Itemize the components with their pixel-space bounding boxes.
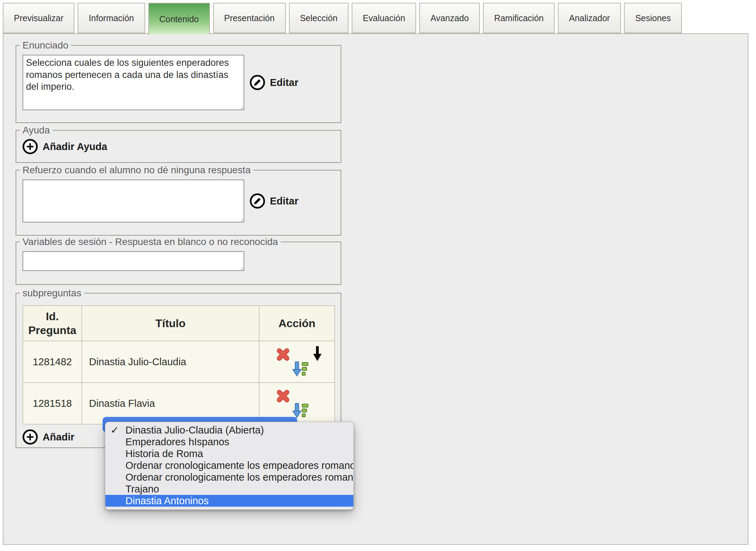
menu-item[interactable]: Emperadores hIspanos [105, 436, 353, 448]
add-ayuda-label: Añadir Ayuda [43, 141, 107, 152]
tab-avanzado[interactable]: Avanzado [419, 3, 480, 33]
add-subpregunta-label: Añadir [43, 431, 74, 443]
tab-contenido[interactable]: Contenido [148, 3, 210, 35]
pencil-icon [250, 75, 265, 90]
tab-bar: Previsualizar Información Contenido Pres… [3, 3, 756, 33]
plus-icon [23, 429, 38, 445]
sort-move-down-icon[interactable] [292, 361, 309, 380]
menu-item-label: Dinastia Antoninos [125, 495, 209, 506]
menu-item-label: Emperadores hIspanos [125, 436, 229, 447]
tab-previsualizar[interactable]: Previsualizar [3, 3, 74, 33]
row-id: 1281482 [23, 341, 82, 383]
table-row: 1281482 Dinastia Julio-Claudia [23, 341, 335, 383]
add-ayuda-button[interactable]: Añadir Ayuda [23, 139, 334, 154]
menu-item[interactable]: Ordenar cronologicamente los emperadores… [105, 471, 353, 483]
header-accion: Acción [259, 306, 335, 341]
menu-item[interactable]: Historia de Roma [105, 448, 353, 460]
checkmark-icon: ✓ [111, 424, 119, 436]
tab-sesiones[interactable]: Sesiones [624, 3, 682, 33]
menu-item[interactable]: Trajano [105, 483, 353, 495]
header-titulo: Título [82, 306, 259, 341]
menu-item-label: Ordenar cronologicamente los emperadores… [125, 472, 353, 483]
table-header-row: Id. Pregunta Título Acción [23, 306, 335, 341]
row-actions [259, 341, 335, 383]
fieldset-variables-legend: Variables de sesión - Respuesta en blanc… [20, 236, 281, 247]
red-x-icon[interactable] [275, 388, 291, 406]
refuerzo-textarea[interactable] [23, 180, 244, 222]
fieldset-ayuda: Ayuda Añadir Ayuda [16, 130, 341, 163]
refuerzo-edit-button[interactable]: Editar [250, 193, 298, 209]
fieldset-refuerzo-legend: Refuerzo cuando el alumno no dé ninguna … [20, 165, 253, 176]
menu-item-label: Historia de Roma [125, 448, 203, 459]
tab-informacion[interactable]: Información [78, 3, 145, 33]
enunciado-edit-button[interactable]: Editar [250, 75, 298, 90]
menu-item[interactable]: Ordenar cronologicamente los empeadores … [105, 460, 353, 471]
variables-textarea[interactable] [23, 251, 244, 271]
red-x-icon[interactable] [275, 347, 291, 365]
fieldset-refuerzo: Refuerzo cuando el alumno no dé ninguna … [16, 170, 341, 236]
tab-seleccion[interactable]: Selección [289, 3, 349, 33]
enunciado-textarea[interactable]: Selecciona cuales de los siguientes enpe… [23, 55, 244, 110]
header-id-pregunta: Id. Pregunta [23, 306, 82, 341]
tab-evaluacion[interactable]: Evaluación [352, 3, 416, 33]
tab-presentacion[interactable]: Presentación [213, 3, 286, 33]
fieldset-enunciado: Enunciado Selecciona cuales de los sigui… [16, 45, 341, 123]
tab-analizador[interactable]: Analizador [558, 3, 621, 33]
menu-item-highlighted[interactable]: Dinastia Antoninos [105, 495, 353, 507]
tab-ramificacion[interactable]: Ramificación [483, 3, 555, 33]
fieldset-variables: Variables de sesión - Respuesta en blanc… [16, 242, 341, 285]
black-down-arrow-icon[interactable] [312, 346, 323, 365]
add-subpregunta-button[interactable]: Añadir [23, 429, 74, 445]
menu-item-label: Ordenar cronologicamente los empeadores … [125, 460, 353, 471]
refuerzo-edit-label: Editar [270, 195, 298, 207]
fieldset-ayuda-legend: Ayuda [20, 125, 53, 136]
menu-item-label: Dinastia Julio-Claudia (Abierta) [125, 425, 264, 436]
row-title: Dinastia Julio-Claudia [82, 341, 259, 383]
subpregunta-select-menu: ✓ Dinastia Julio-Claudia (Abierta) Emper… [105, 422, 354, 510]
plus-icon [23, 139, 38, 154]
enunciado-edit-label: Editar [270, 77, 298, 88]
subpreguntas-table: Id. Pregunta Título Acción 1281482 Dinas… [23, 305, 335, 425]
row-id: 1281518 [23, 383, 82, 424]
fieldset-subpreguntas-legend: subpreguntas [20, 288, 84, 299]
menu-item-label: Trajano [125, 483, 159, 495]
menu-item[interactable]: ✓ Dinastia Julio-Claudia (Abierta) [105, 424, 353, 436]
fieldset-enunciado-legend: Enunciado [20, 40, 71, 51]
pencil-icon [250, 193, 265, 209]
